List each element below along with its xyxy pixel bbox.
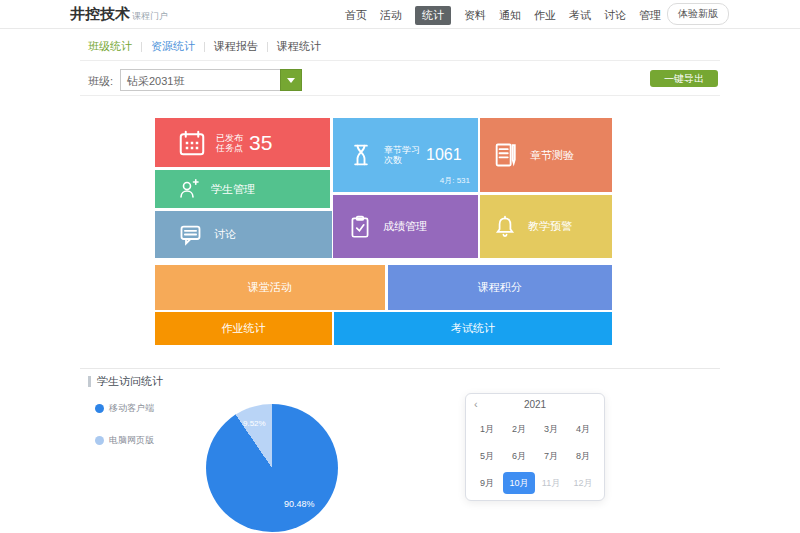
pie-label-pc-web: 9.52%	[243, 419, 266, 428]
tile-homework-stats[interactable]: 作业统计	[155, 312, 332, 345]
month-cell-oct-selected[interactable]: 10月	[503, 472, 535, 494]
subnav-divider	[80, 60, 720, 61]
subnav-separator	[204, 42, 205, 52]
try-new-version-button[interactable]: 体验新版	[667, 3, 729, 25]
legend-dot-icon	[95, 436, 104, 445]
month-cell-may[interactable]: 5月	[471, 445, 503, 467]
stats-subnav: 班级统计 资源统计 课程报告 课程统计	[88, 39, 321, 54]
month-cell-aug[interactable]: 8月	[567, 445, 599, 467]
published-task-count: 35	[249, 131, 272, 155]
chevron-down-icon	[287, 78, 295, 83]
class-select[interactable]: 钻采2031班	[120, 69, 302, 91]
month-cell-jan[interactable]: 1月	[471, 418, 503, 440]
month-cell-apr[interactable]: 4月	[567, 418, 599, 440]
subnav-separator	[141, 42, 142, 52]
tile-grade-management[interactable]: 成绩管理	[333, 195, 478, 258]
tile-course-points[interactable]: 课程积分	[388, 265, 612, 310]
nav-item-activity[interactable]: 活动	[380, 8, 402, 23]
class-select-value: 钻采2031班	[121, 70, 301, 89]
nav-item-homework[interactable]: 作业	[534, 8, 556, 23]
document-pencil-icon	[492, 141, 520, 169]
nav-item-notice[interactable]: 通知	[499, 8, 521, 23]
prev-year-arrow-icon[interactable]: ‹	[474, 398, 478, 410]
tile-label-line2: 次数	[384, 155, 420, 165]
subnav-separator	[267, 42, 268, 52]
subnav-course-stats[interactable]: 课程统计	[277, 39, 321, 54]
section-marker	[88, 376, 91, 387]
legend-label: 移动客户端	[109, 402, 154, 415]
tile-label: 已发布 任务点	[216, 133, 243, 153]
top-nav: 首页 活动 统计 资料 通知 作业 考试 讨论 管理	[345, 6, 661, 25]
chat-bubble-icon	[177, 221, 204, 248]
tile-discussion[interactable]: 讨论	[155, 211, 332, 258]
legend-item-mobile-client[interactable]: 移动客户端	[95, 402, 154, 415]
tile-teaching-warning[interactable]: 教学预警	[480, 195, 612, 258]
month-cell-sep[interactable]: 9月	[471, 472, 503, 494]
filter-divider	[80, 95, 720, 96]
calendar-year-label: 2021	[466, 394, 604, 410]
visit-pie-chart	[206, 404, 338, 532]
header-divider	[0, 28, 800, 29]
nav-item-exam[interactable]: 考试	[569, 8, 591, 23]
person-plus-icon	[177, 177, 201, 201]
visit-stats-title: 学生访问统计	[88, 374, 163, 389]
bell-icon	[492, 214, 518, 240]
calendar-icon	[177, 128, 207, 158]
tile-label: 教学预警	[528, 219, 572, 234]
tile-chapter-study-count[interactable]: 章节学习 次数 1061 4月: 531	[333, 118, 478, 192]
tile-class-activity[interactable]: 课堂活动	[155, 265, 385, 310]
subnav-class-stats[interactable]: 班级统计	[88, 39, 132, 54]
clipboard-check-icon	[347, 214, 373, 240]
month-cell-nov-disabled[interactable]: 11月	[535, 472, 567, 494]
chapter-study-count: 1061	[426, 146, 462, 164]
one-click-export-button[interactable]: 一键导出	[650, 70, 718, 87]
section-divider	[80, 368, 720, 369]
class-filter-label: 班级:	[88, 74, 113, 89]
month-cell-jun[interactable]: 6月	[503, 445, 535, 467]
nav-item-home[interactable]: 首页	[345, 8, 367, 23]
tile-label-line1: 章节学习	[384, 145, 420, 155]
page-title: 井控技术课程门户	[70, 5, 168, 24]
nav-item-manage[interactable]: 管理	[639, 8, 661, 23]
tile-student-management[interactable]: 学生管理	[155, 170, 330, 208]
course-portal-link[interactable]: 课程门户	[132, 11, 168, 21]
tile-label: 章节学习 次数	[384, 145, 420, 165]
month-cell-feb[interactable]: 2月	[503, 418, 535, 440]
hourglass-icon	[347, 141, 375, 169]
tile-chapter-quiz[interactable]: 章节测验	[480, 118, 612, 192]
month-picker-header: ‹ 2021	[466, 394, 604, 414]
tile-label-line1: 已发布	[216, 133, 243, 143]
nav-item-discussion[interactable]: 讨论	[604, 8, 626, 23]
nav-item-materials[interactable]: 资料	[464, 8, 486, 23]
legend-item-pc-web[interactable]: 电脑网页版	[95, 434, 154, 447]
legend-dot-icon	[95, 404, 104, 413]
month-cell-dec-disabled[interactable]: 12月	[567, 472, 599, 494]
tile-exam-stats[interactable]: 考试统计	[334, 312, 612, 345]
month-cell-mar[interactable]: 3月	[535, 418, 567, 440]
tile-label-line2: 任务点	[216, 143, 243, 153]
tile-label: 成绩管理	[383, 219, 427, 234]
class-select-dropdown-button[interactable]	[280, 69, 302, 91]
chapter-study-month-count: 4月: 531	[440, 175, 470, 186]
subnav-resource-stats[interactable]: 资源统计	[151, 39, 195, 54]
tile-label: 讨论	[214, 227, 236, 242]
nav-item-statistics[interactable]: 统计	[415, 6, 451, 25]
tile-label: 学生管理	[211, 182, 255, 197]
course-title: 井控技术	[70, 5, 130, 22]
pie-label-mobile-client: 90.48%	[284, 499, 315, 509]
visit-stats-title-text: 学生访问统计	[97, 374, 163, 389]
course-stats-page: 井控技术课程门户 首页 活动 统计 资料 通知 作业 考试 讨论 管理 体验新版…	[0, 0, 800, 533]
month-grid: 1月 2月 3月 4月 5月 6月 7月 8月 9月 10月 11月 12月	[466, 414, 604, 494]
tile-label: 章节测验	[530, 148, 574, 163]
month-picker: ‹ 2021 1月 2月 3月 4月 5月 6月 7月 8月 9月 10月 11…	[465, 393, 605, 501]
month-cell-jul[interactable]: 7月	[535, 445, 567, 467]
subnav-course-report[interactable]: 课程报告	[214, 39, 258, 54]
legend-label: 电脑网页版	[109, 434, 154, 447]
tile-published-task-points[interactable]: 已发布 任务点 35	[155, 118, 330, 167]
